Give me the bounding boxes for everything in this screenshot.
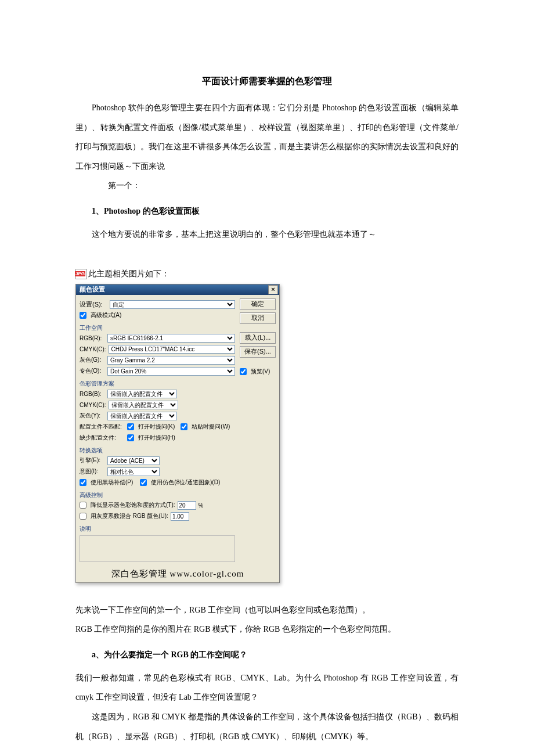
engine-select[interactable]: Adobe (ACE) (107, 456, 160, 465)
settings-label: 设置(S): (80, 300, 107, 309)
spot-select[interactable]: Dot Gain 20% (107, 367, 235, 376)
rgb-select[interactable]: sRGB IEC61966-2.1 (107, 334, 235, 343)
spot-label: 专色(O): (80, 367, 105, 375)
missing-label: 缺少配置文件: (80, 434, 125, 442)
body-p4: 先来说一下工作空间的第一个，RGB 工作空间（也可以叫色彩空间或色彩范围）。 (75, 600, 459, 620)
body-p7: 这是因为，RGB 和 CMYK 都是指的具体设备的工作空间，这个具体设备包括扫描… (75, 707, 459, 746)
missing-open-checkbox[interactable] (127, 434, 134, 441)
desat-checkbox[interactable] (80, 502, 86, 509)
missing-open-label: 打开时提问(H) (138, 434, 175, 442)
intent-label: 意图(I): (80, 467, 105, 476)
lead-first: 第一个： (75, 176, 459, 196)
desat-label: 降低显示器色彩饱和度的方式(T): (91, 501, 175, 509)
percent-label: % (199, 502, 204, 509)
image-caption: 此主题相关图片如下： (88, 269, 169, 279)
ok-button[interactable]: 确定 (240, 298, 276, 310)
body-p6: 我们一般都知道，常见的色彩模式有 RGB、CMYK、Lab。为什么 Photos… (75, 668, 459, 707)
conversion-header: 转换选项 (80, 447, 235, 455)
policy-cmyk-label: CMYK(C): (80, 402, 106, 408)
mismatch-paste-label: 粘贴时提问(W) (192, 423, 230, 431)
settings-select[interactable]: 自定 (110, 300, 235, 309)
blend-input[interactable] (171, 512, 189, 521)
policy-gray-select[interactable]: 保留嵌入的配置文件 (107, 412, 177, 420)
cmyk-select[interactable]: CHDJ Press LCD17"MAC 14.icc (109, 345, 235, 354)
gray-select[interactable]: Gray Gamma 2.2 (107, 356, 235, 365)
preview-label: 预览(V) (251, 368, 270, 376)
advanced-mode-checkbox[interactable] (80, 312, 86, 319)
cancel-button[interactable]: 取消 (240, 312, 276, 324)
blackpoint-label: 使用黑场补偿(P) (91, 478, 133, 487)
mismatch-paste-checkbox[interactable] (181, 423, 187, 430)
mismatch-open-checkbox[interactable] (127, 423, 134, 430)
intro-paragraph: Photoshop 软件的色彩管理主要在四个方面有体现：它们分别是 Photos… (75, 98, 459, 176)
intent-select[interactable]: 相对比色 (107, 467, 160, 476)
dialog-titlebar: 颜色设置 × (76, 285, 279, 295)
mismatch-label: 配置文件不匹配: (80, 423, 125, 431)
jpg-file-icon (75, 269, 87, 279)
dither-checkbox[interactable] (140, 479, 147, 486)
workspace-header: 工作空间 (80, 324, 235, 332)
watermark-text: 深白色彩管理 www.color-gl.com (76, 567, 279, 582)
gray-label: 灰色(G): (80, 356, 105, 364)
preview-checkbox[interactable] (240, 368, 247, 375)
policy-gray-label: 灰色(Y): (80, 412, 105, 420)
save-button[interactable]: 保存(S)... (240, 346, 276, 358)
policy-header: 色彩管理方案 (80, 380, 235, 388)
policy-rgb-select[interactable]: 保留嵌入的配置文件 (107, 390, 177, 398)
section-1-intro: 这个地方要说的非常多，基本上把这里说明白的，整个色彩管理也就基本通了～ (75, 225, 459, 244)
engine-label: 引擎(E): (80, 456, 105, 465)
blend-checkbox[interactable] (80, 513, 86, 520)
body-p5: RGB 工作空间指的是你的图片在 RGB 模式下，你给 RGB 色彩指定的一个色… (75, 620, 459, 639)
section-a-heading: a、为什么要指定一个 RGB 的工作空间呢？ (92, 650, 459, 660)
blackpoint-checkbox[interactable] (80, 479, 86, 486)
cmyk-label: CMYK(C): (80, 346, 106, 352)
close-icon[interactable]: × (268, 285, 278, 294)
section-1-heading: 1、Photoshop 的色彩设置面板 (92, 206, 459, 217)
dither-label: 使用仿色(8位/通道图象)(D) (151, 478, 220, 487)
description-header: 说明 (80, 525, 235, 533)
load-button[interactable]: 载入(L)... (240, 332, 276, 344)
dialog-title: 颜色设置 (80, 285, 105, 294)
advanced-header: 高级控制 (80, 491, 235, 499)
description-box (80, 535, 235, 562)
mismatch-open-label: 打开时提问(K) (138, 423, 175, 431)
policy-rgb-label: RGB(B): (80, 391, 105, 397)
desat-input[interactable] (178, 501, 196, 510)
policy-cmyk-select[interactable]: 保留嵌入的配置文件 (109, 401, 178, 409)
rgb-label: RGB(R): (80, 335, 105, 341)
blend-label: 用灰度系数混合 RGB 颜色(U): (91, 512, 168, 520)
page-title: 平面设计师需要掌握的色彩管理 (75, 75, 459, 88)
color-settings-dialog: 颜色设置 × 设置(S): 自定 高级模式(A) 工作空间 RGB(R):sRG… (75, 284, 280, 583)
advanced-mode-label: 高级模式(A) (91, 311, 121, 319)
